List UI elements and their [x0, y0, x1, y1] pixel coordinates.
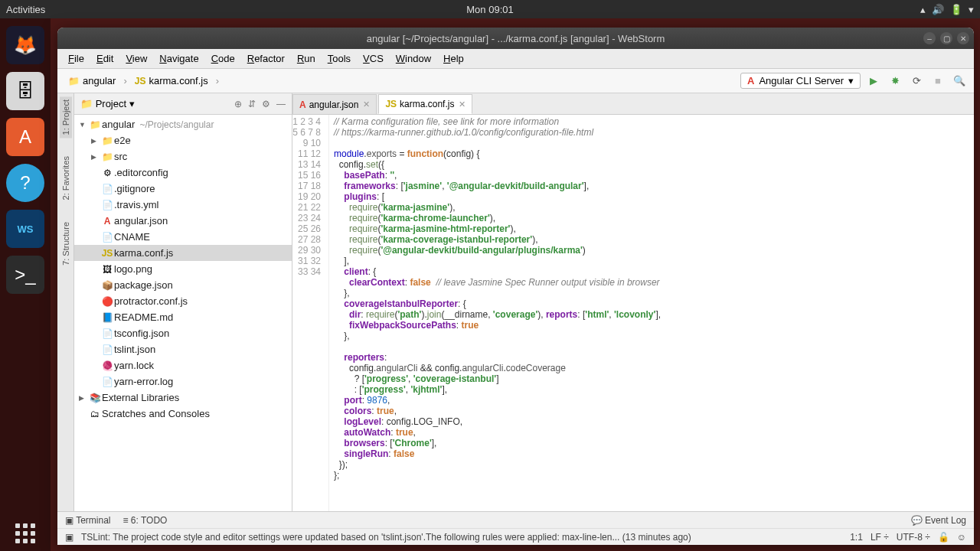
menu-vcs[interactable]: VCS	[358, 51, 388, 66]
tool-todo[interactable]: ≡ 6: TODO	[122, 515, 167, 526]
dock-files[interactable]: 🗄	[6, 72, 44, 110]
menu-help[interactable]: Help	[439, 51, 469, 66]
coverage-button[interactable]: ⟳	[908, 73, 925, 90]
status-message: TSLint: The project code style and edito…	[81, 532, 691, 543]
dock: 🦊 🗄 A ? WS >_	[0, 18, 51, 551]
titlebar[interactable]: angular [~/Projects/angular] - .../karma…	[57, 28, 974, 49]
tree-scratches[interactable]: 🗂Scratches and Consoles	[74, 406, 292, 422]
tree-file--gitignore[interactable]: 📄.gitignore	[74, 181, 292, 197]
menu-code[interactable]: Code	[207, 51, 240, 66]
minimize-button[interactable]: –	[923, 32, 936, 44]
menu-edit[interactable]: Edit	[92, 51, 118, 66]
breadcrumb-root[interactable]: 📁angular	[64, 73, 120, 88]
tree-file-tslint-json[interactable]: 📄tslint.json	[74, 341, 292, 357]
menubar: FileEditViewNavigateCodeRefactorRunTools…	[57, 49, 974, 69]
tree-file-tsconfig-json[interactable]: 📄tsconfig.json	[74, 325, 292, 341]
project-panel-title[interactable]: 📁 Project ▾	[80, 98, 135, 109]
tree-file--travis-yml[interactable]: 📄.travis.yml	[74, 197, 292, 213]
breadcrumb-file[interactable]: JSkarma.conf.js	[130, 73, 213, 88]
activities[interactable]: Activities	[6, 4, 45, 15]
battery-icon[interactable]: 🔋	[950, 4, 962, 15]
locate-icon[interactable]: ⊕	[234, 99, 242, 109]
sidebar-tab-favorites[interactable]: 2: Favorites	[60, 153, 72, 203]
stop-button[interactable]: ■	[929, 73, 946, 90]
webstorm-window: angular [~/Projects/angular] - .../karma…	[57, 28, 974, 545]
maximize-button[interactable]: ▢	[940, 32, 952, 44]
tab-angular-json[interactable]: Aangular.json✕	[292, 94, 377, 114]
project-tree[interactable]: ▼📁angular~/Projects/angular▶📁e2e▶📁src⚙.e…	[74, 115, 292, 511]
search-button[interactable]: 🔍	[951, 73, 968, 90]
run-config-selector[interactable]: AAngular CLI Server▾	[740, 73, 861, 89]
status-inspector-icon[interactable]: ☺	[957, 532, 966, 543]
menu-run[interactable]: Run	[292, 51, 320, 66]
hide-icon[interactable]: —	[276, 99, 286, 109]
tree-file-karma-conf-js[interactable]: JSkarma.conf.js	[74, 245, 292, 261]
status-indicator-icon[interactable]: ▣	[65, 532, 74, 543]
window-title: angular [~/Projects/angular] - .../karma…	[367, 33, 665, 44]
dock-software[interactable]: A	[6, 118, 44, 156]
tree-file-yarn-error-log[interactable]: 📄yarn-error.log	[74, 373, 292, 390]
settings-icon[interactable]: ⚙	[262, 99, 270, 109]
tree-file-CNAME[interactable]: 📄CNAME	[74, 229, 292, 245]
sidebar-tab-structure[interactable]: 7: Structure	[60, 219, 72, 269]
tree-file-README-md[interactable]: 📘README.md	[74, 309, 292, 325]
tree-file-angular-json[interactable]: Aangular.json	[74, 213, 292, 229]
debug-button[interactable]: ✸	[887, 73, 903, 90]
tree-file-protractor-conf-js[interactable]: 🔴protractor.conf.js	[74, 293, 292, 309]
tree-external-libraries[interactable]: ▶📚External Libraries	[74, 390, 292, 406]
tool-terminal[interactable]: ▣ Terminal	[65, 515, 110, 526]
volume-icon[interactable]: 🔊	[932, 4, 944, 15]
tab-karma-conf-js[interactable]: JSkarma.conf.js✕	[378, 94, 472, 114]
dock-terminal[interactable]: >_	[6, 256, 44, 294]
network-icon[interactable]: ▴	[920, 4, 926, 15]
tree-file--editorconfig[interactable]: ⚙.editorconfig	[74, 165, 292, 181]
breadcrumb: 📁angular › JSkarma.conf.js ›	[64, 73, 219, 88]
dock-apps-grid[interactable]	[15, 523, 35, 543]
menu-view[interactable]: View	[121, 51, 152, 66]
menu-refactor[interactable]: Refactor	[243, 51, 289, 66]
status-caret-pos[interactable]: 1:1	[850, 532, 863, 543]
tab-close-icon[interactable]: ✕	[459, 99, 466, 109]
menu-navigate[interactable]: Navigate	[155, 51, 203, 66]
close-button[interactable]: ✕	[957, 32, 969, 44]
tool-eventlog[interactable]: 💬 Event Log	[911, 515, 966, 526]
code-editor[interactable]: // Karma configuration file, see link fo…	[329, 115, 974, 511]
tree-file-logo-png[interactable]: 🖼logo.png	[74, 261, 292, 277]
menu-tools[interactable]: Tools	[323, 51, 355, 66]
menu-file[interactable]: File	[64, 51, 89, 66]
gutter: 1 2 3 4 5 6 7 8 9 10 11 12 13 14 15 16 1…	[292, 115, 329, 511]
collapse-icon[interactable]: ⇵	[248, 99, 256, 109]
run-button[interactable]: ▶	[865, 73, 882, 90]
status-line-sep[interactable]: LF ÷	[871, 532, 889, 543]
power-icon[interactable]: ▾	[969, 4, 974, 15]
status-lock-icon[interactable]: 🔓	[938, 532, 949, 543]
status-encoding[interactable]: UTF-8 ÷	[897, 532, 930, 543]
tree-dir-e2e[interactable]: ▶📁e2e	[74, 132, 292, 148]
tree-file-yarn-lock[interactable]: 🧶yarn.lock	[74, 357, 292, 373]
menu-window[interactable]: Window	[391, 51, 436, 66]
dock-help[interactable]: ?	[6, 164, 44, 202]
tree-root[interactable]: ▼📁angular~/Projects/angular	[74, 116, 292, 132]
tree-dir-src[interactable]: ▶📁src	[74, 148, 292, 165]
dock-webstorm[interactable]: WS	[6, 210, 44, 248]
clock[interactable]: Mon 09:01	[466, 4, 513, 15]
sidebar-tab-project[interactable]: 1: Project	[60, 96, 72, 138]
tab-close-icon[interactable]: ✕	[363, 99, 370, 109]
dock-firefox[interactable]: 🦊	[6, 26, 44, 64]
tree-file-package-json[interactable]: 📦package.json	[74, 277, 292, 293]
editor-tabs: Aangular.json✕JSkarma.conf.js✕	[292, 93, 974, 115]
